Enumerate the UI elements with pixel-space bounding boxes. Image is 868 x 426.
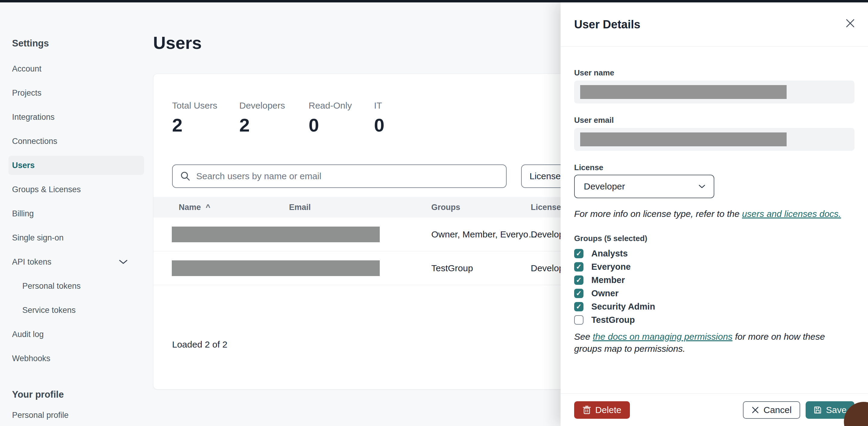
group-checkbox-testgroup[interactable]: ✓ TestGroup bbox=[574, 313, 855, 326]
permissions-note: See the docs on managing permissions for… bbox=[574, 331, 855, 355]
redacted-name-email bbox=[172, 260, 380, 276]
stat-read-only: Read-Only 0 bbox=[309, 101, 352, 136]
check-icon: ✓ bbox=[576, 303, 582, 310]
panel-header: User Details bbox=[561, 2, 868, 47]
stat-developers: Developers 2 bbox=[239, 101, 285, 136]
close-icon[interactable] bbox=[845, 18, 855, 28]
sidebar-item-personal-tokens[interactable]: Personal tokens bbox=[8, 274, 144, 298]
column-header-email[interactable]: Email bbox=[289, 203, 311, 212]
sidebar-item-integrations[interactable]: Integrations bbox=[8, 105, 144, 129]
user-name-field[interactable] bbox=[574, 81, 855, 104]
redacted-name-email bbox=[172, 227, 380, 242]
sidebar-item-projects[interactable]: Projects bbox=[8, 81, 144, 105]
load-status: Loaded 2 of 2 bbox=[172, 339, 227, 350]
table-row[interactable]: TestGroup Developer bbox=[153, 251, 623, 285]
sidebar-item-service-tokens[interactable]: Service tokens bbox=[8, 298, 144, 322]
sidebar-item-groups-licenses[interactable]: Groups & Licenses bbox=[8, 177, 144, 202]
group-checkbox-analysts[interactable]: ✓ Analysts bbox=[574, 247, 855, 260]
search-icon bbox=[180, 171, 191, 181]
user-email-field[interactable] bbox=[574, 128, 855, 151]
page-title: Users bbox=[153, 33, 202, 53]
sidebar-item-personal-profile[interactable]: Personal profile bbox=[8, 403, 144, 426]
group-checkbox-member[interactable]: ✓ Member bbox=[574, 273, 855, 287]
panel-footer: Delete Cancel Save bbox=[561, 393, 868, 426]
sidebar-item-users[interactable]: Users bbox=[8, 156, 144, 175]
sidebar-item-webhooks[interactable]: Webhooks bbox=[8, 346, 144, 370]
redacted-value bbox=[580, 85, 786, 99]
cancel-x-icon bbox=[751, 406, 759, 414]
check-icon: ✓ bbox=[576, 263, 582, 270]
group-checkbox-list: ✓ Analysts ✓ Everyone ✓ Member ✓ Owner ✓… bbox=[574, 247, 855, 326]
search-users-box bbox=[172, 164, 507, 188]
checkbox[interactable]: ✓ bbox=[574, 262, 584, 272]
sidebar-profile-heading: Your profile bbox=[12, 389, 144, 400]
delete-button[interactable]: Delete bbox=[574, 401, 630, 419]
user-email-label: User email bbox=[574, 116, 855, 125]
checkbox[interactable]: ✓ bbox=[574, 302, 584, 311]
column-header-name[interactable]: Name^ bbox=[179, 203, 210, 212]
chevron-down-icon bbox=[699, 184, 705, 189]
users-table-header: Name^ Email Groups License bbox=[153, 197, 623, 218]
row-groups-cell: TestGroup bbox=[431, 263, 473, 273]
groups-label: Groups (5 selected) bbox=[574, 234, 855, 243]
sidebar-item-connections[interactable]: Connections bbox=[8, 129, 144, 153]
chevron-down-icon bbox=[119, 259, 128, 264]
save-icon bbox=[813, 406, 822, 414]
panel-title: User Details bbox=[574, 18, 641, 31]
checkbox[interactable]: ✓ bbox=[574, 315, 584, 324]
sidebar-settings-heading: Settings bbox=[12, 38, 144, 49]
checkbox[interactable]: ✓ bbox=[574, 289, 584, 298]
stat-total-users: Total Users 2 bbox=[172, 101, 217, 136]
panel-body: User name User email License Developer F… bbox=[561, 68, 868, 355]
sidebar-item-audit-log[interactable]: Audit log bbox=[8, 322, 144, 346]
sidebar-item-account[interactable]: Account bbox=[8, 57, 144, 81]
sidebar-item-billing[interactable]: Billing bbox=[8, 202, 144, 226]
row-groups-cell: Owner, Member, Everyo… bbox=[431, 229, 537, 239]
top-bar bbox=[0, 0, 868, 2]
user-name-label: User name bbox=[574, 68, 855, 78]
license-label: License bbox=[574, 163, 855, 172]
check-icon: ✓ bbox=[576, 277, 582, 284]
checkbox[interactable]: ✓ bbox=[574, 276, 584, 285]
sidebar-item-single-sign-on[interactable]: Single sign-on bbox=[8, 226, 144, 250]
license-note: For more info on license type, refer to … bbox=[574, 208, 855, 220]
settings-sidebar: Settings Account Projects Integrations C… bbox=[8, 2, 144, 426]
group-checkbox-everyone[interactable]: ✓ Everyone bbox=[574, 260, 855, 273]
trash-icon bbox=[583, 405, 591, 415]
license-select[interactable]: Developer bbox=[574, 175, 714, 198]
sidebar-item-api-tokens[interactable]: API tokens bbox=[8, 250, 144, 274]
cancel-button[interactable]: Cancel bbox=[743, 401, 800, 419]
search-users-input[interactable] bbox=[196, 171, 499, 181]
sort-asc-icon: ^ bbox=[206, 203, 210, 212]
check-icon: ✓ bbox=[576, 250, 582, 257]
column-header-groups[interactable]: Groups bbox=[431, 203, 460, 212]
group-checkbox-owner[interactable]: ✓ Owner bbox=[574, 287, 855, 300]
redacted-value bbox=[580, 133, 786, 146]
table-row[interactable]: Owner, Member, Everyo… Developer bbox=[153, 218, 623, 251]
user-details-panel: User Details User name User email Licens… bbox=[561, 2, 868, 426]
checkbox[interactable]: ✓ bbox=[574, 249, 584, 258]
stat-it: IT 0 bbox=[374, 101, 384, 136]
check-icon: ✓ bbox=[576, 290, 582, 297]
users-licenses-docs-link[interactable]: users and licenses docs. bbox=[742, 209, 841, 219]
column-header-license[interactable]: License bbox=[531, 203, 561, 212]
managing-permissions-docs-link[interactable]: the docs on managing permissions bbox=[593, 332, 733, 342]
group-checkbox-security-admin[interactable]: ✓ Security Admin bbox=[574, 300, 855, 313]
users-card: Total Users 2 Developers 2 Read-Only 0 I… bbox=[153, 74, 623, 390]
